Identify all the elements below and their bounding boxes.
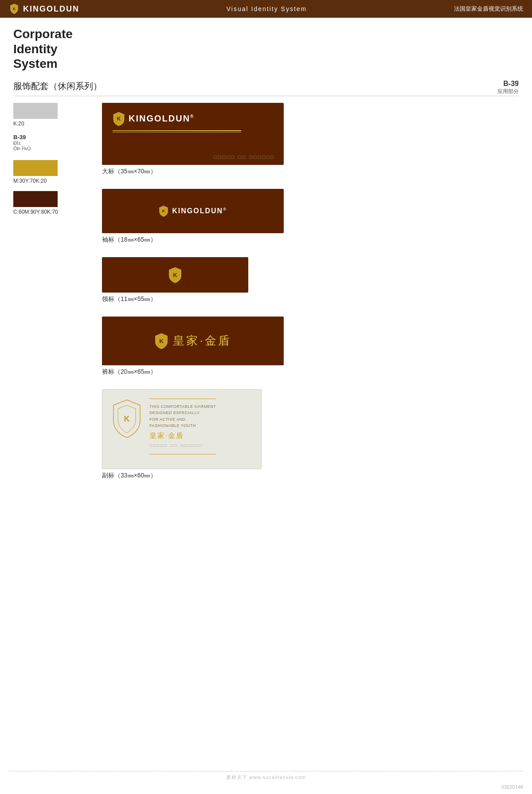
- color-item-darkbrown: C:60M:90Y:80K:70: [13, 191, 93, 215]
- main-content: Corporate Identity System 服饰配套（休闲系列） B-3…: [0, 18, 532, 502]
- collar-label-display: K: [102, 257, 248, 293]
- sub-label-item: K THIS COMFORTABLE GARMENTDESIGNED ESPEC…: [102, 389, 519, 480]
- page-code-sub: 应用部分: [497, 88, 519, 95]
- pants-chinese-text: 皇家·金盾: [173, 333, 231, 348]
- gold-line: [113, 130, 241, 131]
- collar-label-item: K 领标（11㎜×55㎜）: [102, 257, 519, 303]
- pants-logo-row: K 皇家·金盾: [154, 333, 231, 349]
- white-line: [113, 132, 241, 133]
- large-bottom-text: □□□□□ □□ □□□□□□: [214, 154, 275, 160]
- right-panel: K KINGOLDUN® □□□□□ □□ □□□□□□ 大标（35㎜×70㎜）: [102, 103, 519, 493]
- gray-swatch: [13, 103, 58, 119]
- sub-line-bottom: [149, 454, 216, 454]
- b39-info: K:20 B-39 ÐÏ± ÒÞ·Î¾Ú·: [13, 103, 93, 151]
- b39-code: B-39: [13, 134, 93, 141]
- page-code-area: B-39 应用部分: [497, 80, 519, 95]
- sub-label-caption: 副标（33㎜×60㎜）: [102, 472, 519, 480]
- svg-text:K: K: [124, 415, 130, 423]
- pants-label-caption: 裤标（20㎜×65㎜）: [102, 368, 519, 376]
- pants-shield-icon: K: [154, 333, 168, 349]
- b39-desc2: ÒÞ·Î¾Ú·: [13, 146, 93, 151]
- svg-text:K: K: [160, 337, 164, 344]
- sleeve-shield-icon: K: [159, 205, 168, 217]
- sleeve-logo-text: KINGOLDUN®: [172, 207, 227, 215]
- sleeve-label-display: K KINGOLDUN®: [102, 189, 284, 233]
- sub-text-block: THIS COMFORTABLE GARMENTDESIGNED ESPECIA…: [149, 399, 216, 455]
- svg-text:K: K: [162, 208, 165, 213]
- footer: 素材天下 www.sucaitianxia.com: [0, 771, 532, 781]
- large-label-display: K KINGOLDUN® □□□□□ □□ □□□□□□: [102, 103, 284, 165]
- collar-shield-icon: K: [168, 267, 182, 283]
- color-item-gray: K:20: [13, 103, 93, 127]
- sleeve-label-item: K KINGOLDUN® 袖标（18㎜×65㎜）: [102, 189, 519, 244]
- footer-source: 素材天下 www.sucaitianxia.com: [0, 774, 532, 781]
- color-item-gold: M:30Y:70K:20: [13, 160, 93, 184]
- header-logo: K KingolDun: [9, 4, 79, 14]
- sub-shield-icon: K: [111, 399, 142, 438]
- page-title: Corporate Identity System: [13, 27, 519, 71]
- large-label-caption: 大标（35㎜×70㎜）: [102, 168, 519, 176]
- header: K KingolDun Visual Identity System 法国皇家金…: [0, 0, 532, 18]
- large-logo-text: KINGOLDUN®: [129, 113, 194, 124]
- footer-code: 03220148: [501, 784, 523, 790]
- sleeve-logo-row: K KINGOLDUN®: [159, 205, 227, 217]
- svg-text:K: K: [173, 271, 177, 278]
- header-right-text: 法国皇家金盾视觉识别系统: [454, 5, 523, 13]
- sub-eng-text: THIS COMFORTABLE GARMENTDESIGNED ESPECIA…: [149, 403, 216, 429]
- svg-text:K: K: [13, 7, 16, 11]
- content-wrapper: K:20 B-39 ÐÏ± ÒÞ·Î¾Ú· M:30Y:70K:20 C:60M…: [13, 103, 519, 493]
- gold-label: M:30Y:70K:20: [13, 178, 93, 184]
- footer-divider: [9, 771, 523, 771]
- left-panel: K:20 B-39 ÐÏ± ÒÞ·Î¾Ú· M:30Y:70K:20 C:60M…: [13, 103, 93, 493]
- pants-label-item: K 皇家·金盾 裤标（20㎜×65㎜）: [102, 317, 519, 376]
- page-code-main: B-39: [497, 80, 519, 88]
- sub-chinese-text: 皇家·金盾: [149, 431, 216, 441]
- dark-brown-swatch: [13, 191, 58, 207]
- sleeve-label-caption: 袖标（18㎜×65㎜）: [102, 236, 519, 244]
- shield-icon: K: [9, 4, 20, 14]
- gray-label: K:20: [13, 121, 93, 127]
- b39-desc1: ÐÏ±: [13, 141, 93, 146]
- gold-swatch: [13, 160, 58, 176]
- collar-label-caption: 领标（11㎜×55㎜）: [102, 295, 519, 303]
- sub-small-chars: □□□□□ □□ □□□□□□: [149, 443, 216, 448]
- svg-text:K: K: [117, 116, 121, 122]
- dark-brown-label: C:60M:90Y:80K:70: [13, 209, 93, 215]
- header-center-text: Visual Identity System: [227, 5, 307, 12]
- sub-line-top: [149, 399, 216, 399]
- large-shield-icon: K: [113, 112, 125, 126]
- section-title: 服饰配套（休闲系列）: [13, 80, 519, 96]
- pants-label-display: K 皇家·金盾: [102, 317, 284, 365]
- header-logo-text: KingolDun: [23, 4, 79, 14]
- large-label-item: K KINGOLDUN® □□□□□ □□ □□□□□□ 大标（35㎜×70㎜）: [102, 103, 519, 176]
- large-logo-row: K KINGOLDUN®: [113, 112, 194, 126]
- sub-label-display: K THIS COMFORTABLE GARMENTDESIGNED ESPEC…: [102, 389, 262, 469]
